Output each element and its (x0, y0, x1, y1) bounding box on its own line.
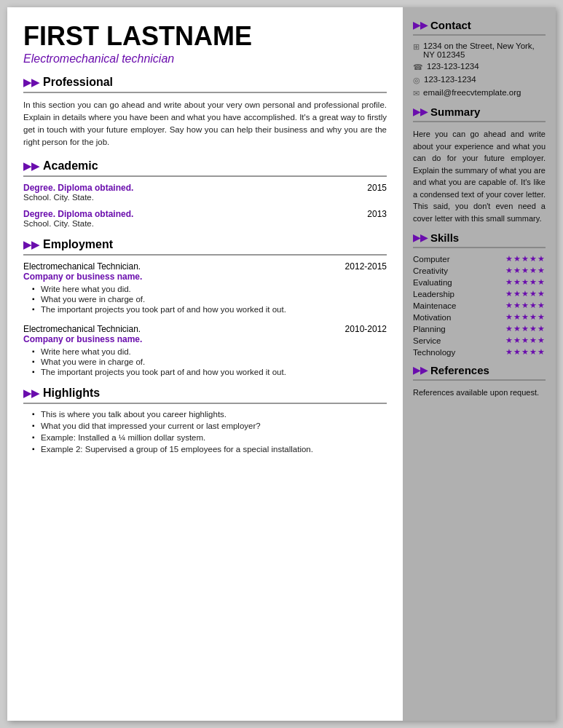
academic-divider (23, 175, 387, 177)
skill-name-evaluating: Evaluating (413, 278, 471, 287)
employment-entry-2: Electromechanical Technician. 2010-2012 … (23, 324, 387, 376)
professional-header: ▶▶ Professional (23, 76, 387, 89)
skill-row-computer: Computer ★★★★★ (413, 254, 546, 264)
emp-years-1: 2012-2015 (345, 261, 387, 272)
skill-name-service: Service (413, 336, 471, 345)
company-2: Company or business name. (23, 334, 387, 344)
contact-header: ▶▶ Contact (413, 19, 546, 31)
summary-arrow-icon: ▶▶ (413, 106, 428, 117)
employment-header: ▶▶ Employment (23, 238, 387, 251)
academic-entry-2: Degree. Diploma obtained. 2013 School. C… (23, 209, 387, 228)
skill-stars-planning: ★★★★★ (505, 324, 546, 333)
academic-entry-1: Degree. Diploma obtained. 2015 School. C… (23, 183, 387, 202)
skill-stars-maintenace: ★★★★★ (505, 301, 546, 310)
resume-page: FIRST LASTNAME Electromechanical technic… (7, 7, 556, 721)
emp-bullets-2: Write here what you did. What you were i… (23, 347, 387, 376)
skill-row-service: Service ★★★★★ (413, 336, 546, 345)
school-2: School. City. State. (23, 219, 387, 228)
professional-divider (23, 92, 387, 93)
skills-title: Skills (430, 232, 459, 244)
skill-name-computer: Computer (413, 255, 471, 264)
full-name: FIRST LASTNAME (23, 22, 387, 51)
school-1: School. City. State. (23, 193, 387, 202)
skill-row-evaluating: Evaluating ★★★★★ (413, 277, 546, 287)
professional-title: Professional (43, 76, 113, 89)
bullet-item: Write here what you did. (32, 285, 387, 293)
references-title: References (430, 364, 489, 376)
summary-divider (413, 121, 546, 122)
skill-name-maintenace: Maintenace (413, 301, 471, 310)
highlight-item: This is where you talk about you career … (32, 410, 387, 419)
highlight-item: Example 2: Supervised a group of 15 empl… (32, 445, 387, 454)
professional-text: In this section you can go ahead and wri… (23, 99, 387, 149)
bullet-item: What you were in charge of. (32, 357, 387, 366)
highlights-list: This is where you talk about you career … (23, 410, 387, 454)
employment-divider (23, 254, 387, 256)
contact-address: ⊞ 1234 on the Street, New York, NY 01234… (413, 41, 546, 59)
skill-name-motivation: Motivation (413, 313, 471, 322)
contact-phone2: ◎ 123-123-1234 (413, 75, 546, 85)
emp-years-2: 2010-2012 (345, 324, 387, 334)
contact-phone1: ☎ 123-123-1234 (413, 62, 546, 72)
highlights-header: ▶▶ Highlights (23, 387, 387, 400)
right-column: ▶▶ Contact ⊞ 1234 on the Street, New Yor… (403, 7, 556, 721)
degree-1: Degree. Diploma obtained. (23, 183, 133, 193)
left-column: FIRST LASTNAME Electromechanical technic… (7, 7, 403, 721)
highlights-divider (23, 403, 387, 404)
address-text: 1234 on the Street, New York, NY 012345 (423, 41, 546, 59)
job-title: Electromechanical technician (23, 52, 387, 66)
skill-stars-motivation: ★★★★★ (505, 312, 546, 322)
references-header: ▶▶ References (413, 364, 546, 376)
skill-row-planning: Planning ★★★★★ (413, 324, 546, 333)
phone2-text: 123-123-1234 (424, 75, 476, 84)
highlights-arrow-icon: ▶▶ (23, 387, 39, 399)
skill-stars-technology: ★★★★★ (505, 347, 546, 357)
summary-header: ▶▶ Summary (413, 106, 546, 118)
skill-stars-computer: ★★★★★ (505, 254, 546, 264)
location-icon: ⊞ (413, 42, 420, 52)
summary-title: Summary (430, 106, 480, 118)
skill-row-creativity: Creativity ★★★★★ (413, 266, 546, 275)
skill-row-technology: Technology ★★★★★ (413, 347, 546, 357)
employment-arrow-icon: ▶▶ (23, 239, 39, 250)
skill-name-leadership: Leadership (413, 290, 471, 298)
contact-arrow-icon: ▶▶ (413, 20, 428, 31)
highlight-item: What you did that impressed your current… (32, 422, 387, 430)
degree-2: Degree. Diploma obtained. (23, 209, 133, 219)
emp-title-2: Electromechanical Technician. (23, 324, 141, 334)
contact-email: ✉ email@freecvtemplate.org (413, 88, 546, 98)
skill-row-motivation: Motivation ★★★★★ (413, 312, 546, 322)
academic-header: ▶▶ Academic (23, 159, 387, 173)
employment-title: Employment (43, 238, 113, 251)
skills-header: ▶▶ Skills (413, 232, 546, 244)
academic-title: Academic (43, 159, 98, 173)
phone-icon: ☎ (413, 63, 423, 72)
email-icon: ✉ (413, 89, 420, 98)
academic-arrow-icon: ▶▶ (23, 160, 39, 172)
skills-divider (413, 247, 546, 248)
emp-title-1: Electromechanical Technician. (23, 261, 141, 272)
bullet-item: The important projects you took part of … (32, 368, 387, 376)
references-divider (413, 379, 546, 381)
skill-row-leadership: Leadership ★★★★★ (413, 289, 546, 298)
contact-divider (413, 34, 546, 36)
highlight-item: Example: Installed a ¼ million dollar sy… (32, 433, 387, 442)
highlights-title: Highlights (43, 387, 100, 400)
skills-arrow-icon: ▶▶ (413, 232, 428, 243)
references-arrow-icon: ▶▶ (413, 365, 428, 376)
bullet-item: What you were in charge of. (32, 295, 387, 304)
skill-stars-evaluating: ★★★★★ (505, 277, 546, 287)
name-title-block: FIRST LASTNAME Electromechanical technic… (23, 22, 387, 66)
bullet-item: Write here what you did. (32, 347, 387, 356)
skill-stars-leadership: ★★★★★ (505, 289, 546, 298)
contact-title: Contact (430, 19, 471, 31)
skill-name-technology: Technology (413, 348, 471, 357)
emp-bullets-1: Write here what you did. What you were i… (23, 285, 387, 314)
skill-stars-service: ★★★★★ (505, 336, 546, 345)
year-2: 2013 (367, 209, 387, 219)
skill-name-planning: Planning (413, 325, 471, 333)
email-text: email@freecvtemplate.org (423, 88, 521, 97)
company-1: Company or business name. (23, 272, 387, 282)
references-text: References available upon request. (413, 387, 546, 399)
summary-text: Here you can go ahead and write about yo… (413, 128, 546, 224)
